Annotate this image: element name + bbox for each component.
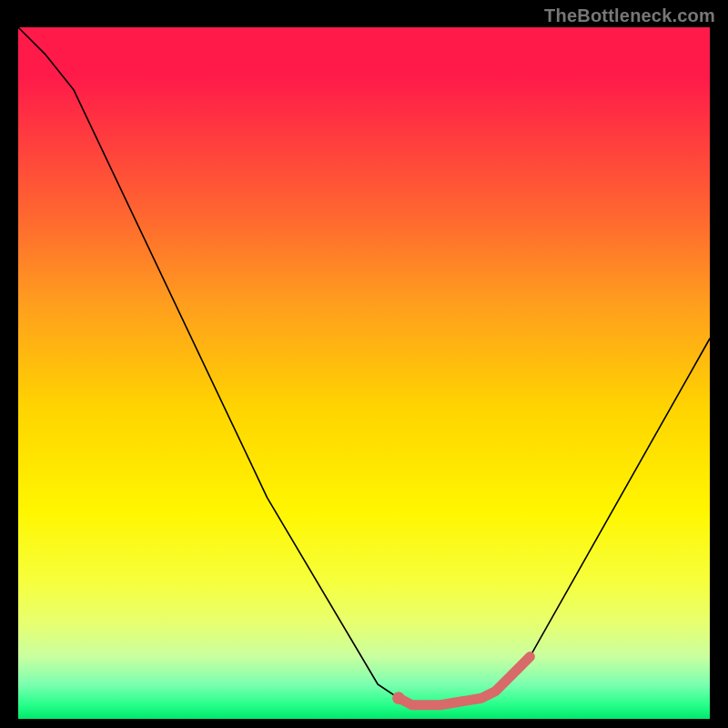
watermark-text: TheBottleneck.com	[544, 5, 715, 26]
optimal-range-highlight	[399, 657, 530, 705]
bottleneck-curve	[18, 27, 710, 705]
curve-layer	[18, 27, 710, 719]
chart-stage: TheBottleneck.com	[0, 0, 728, 728]
highlight-dot	[392, 692, 405, 704]
plot-area	[18, 27, 710, 719]
